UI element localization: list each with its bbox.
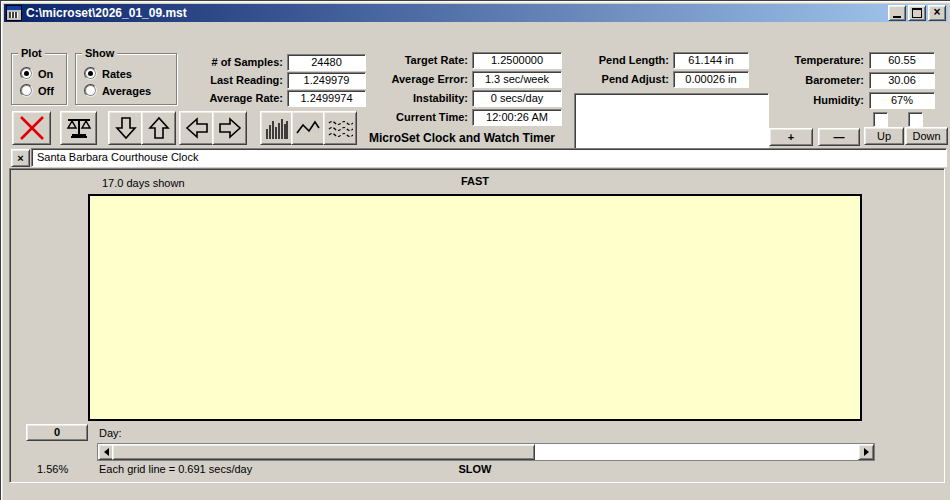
instability-field[interactable]: 0 secs/day xyxy=(472,90,562,107)
last-reading-label: Last Reading: xyxy=(121,74,283,86)
small-x-icon: × xyxy=(17,152,23,164)
target-rate-field[interactable]: 1.2500000 xyxy=(472,52,562,69)
x-axis-label: Day: xyxy=(99,427,122,439)
title-bar[interactable]: C:\microset\2026_01_09.mst × xyxy=(4,4,948,22)
waves-button[interactable] xyxy=(323,111,357,145)
histogram-icon xyxy=(265,115,289,141)
minus-button[interactable]: — xyxy=(818,128,860,146)
radio-averages-icon xyxy=(84,84,97,97)
arrow-down-button[interactable] xyxy=(108,111,143,145)
clear-name-button[interactable]: × xyxy=(11,149,30,167)
plus-button[interactable]: + xyxy=(769,128,813,146)
radio-off-icon xyxy=(20,84,33,97)
temperature-field[interactable]: 60.55 xyxy=(869,52,935,69)
radio-on-icon xyxy=(20,67,33,80)
maximize-icon xyxy=(912,8,922,18)
show-group-title: Show xyxy=(82,47,117,59)
waves-icon xyxy=(327,115,353,141)
minimize-icon xyxy=(893,16,901,18)
line-graph-button[interactable] xyxy=(291,111,325,145)
average-rate-label: Average Rate: xyxy=(121,92,283,104)
delete-button[interactable] xyxy=(12,111,51,145)
arrow-up-icon xyxy=(146,115,172,141)
scroll-right-button[interactable] xyxy=(858,444,874,460)
balance-button[interactable] xyxy=(60,111,97,145)
minimize-button[interactable] xyxy=(888,5,906,21)
microset-window: C:\microset\2026_01_09.mst × Plot On Off… xyxy=(0,0,950,500)
slow-label: SLOW xyxy=(90,463,860,475)
barometer-label: Barometer: xyxy=(721,74,864,86)
target-rate-label: Target Rate: xyxy=(331,54,468,66)
current-time-field[interactable]: 12:00:26 AM xyxy=(472,109,562,126)
window-title: C:\microset\2026_01_09.mst xyxy=(26,6,886,20)
humidity-field[interactable]: 67% xyxy=(869,92,935,109)
pend-length-label: Pend Length: xyxy=(561,54,669,66)
plot-group-title: Plot xyxy=(18,47,45,59)
clock-name-field[interactable]: Santa Barbara Courthouse Clock xyxy=(31,148,947,167)
close-icon: × xyxy=(933,6,940,18)
plot-area[interactable] xyxy=(88,194,862,421)
app-icon xyxy=(6,5,22,21)
arrow-right-icon xyxy=(217,115,243,141)
zero-button[interactable]: 0 xyxy=(26,424,88,441)
close-button[interactable]: × xyxy=(928,5,946,21)
arrow-left-button[interactable] xyxy=(179,111,214,145)
radio-plot-on[interactable]: On xyxy=(20,67,53,80)
arrow-up-button[interactable] xyxy=(141,111,176,145)
scroll-right-icon xyxy=(864,448,873,456)
arrow-down-icon xyxy=(113,115,139,141)
radio-rates-icon xyxy=(84,67,97,80)
instability-label: Instability: xyxy=(331,92,468,104)
stability-percent: 1.56% xyxy=(37,463,68,475)
scrollbar-thumb[interactable] xyxy=(112,444,535,460)
chart-scrollbar[interactable] xyxy=(97,443,875,461)
temperature-label: Temperature: xyxy=(721,54,864,66)
arrow-left-icon xyxy=(184,115,210,141)
balance-scale-icon xyxy=(65,115,93,141)
fast-label: FAST xyxy=(90,175,860,187)
red-x-icon xyxy=(18,115,46,141)
average-error-field[interactable]: 1.3 sec/week xyxy=(472,71,562,88)
menubar xyxy=(4,22,948,42)
samples-label: # of Samples: xyxy=(121,56,283,68)
pend-adjust-label: Pend Adjust: xyxy=(561,73,669,85)
radio-plot-off[interactable]: Off xyxy=(20,84,54,97)
chart-panel: 17.0 days shown FAST 0 Day: 1.56% Each g… xyxy=(9,168,945,483)
humidity-label: Humidity: xyxy=(721,94,864,106)
barometer-field[interactable]: 30.06 xyxy=(869,72,935,89)
checkbox-left[interactable] xyxy=(873,112,888,127)
down-button[interactable]: Down xyxy=(905,127,948,145)
scroll-left-icon xyxy=(100,448,109,456)
app-label: MicroSet Clock and Watch Timer xyxy=(369,131,555,145)
plot-group: Plot On Off xyxy=(11,53,67,105)
maximize-button[interactable] xyxy=(908,5,926,21)
line-graph-icon xyxy=(295,115,321,141)
average-error-label: Average Error: xyxy=(331,73,468,85)
plot-svg xyxy=(90,196,860,419)
up-button[interactable]: Up xyxy=(864,127,904,145)
arrow-right-button[interactable] xyxy=(212,111,247,145)
checkbox-right[interactable] xyxy=(908,112,923,127)
histogram-button[interactable] xyxy=(260,111,293,145)
